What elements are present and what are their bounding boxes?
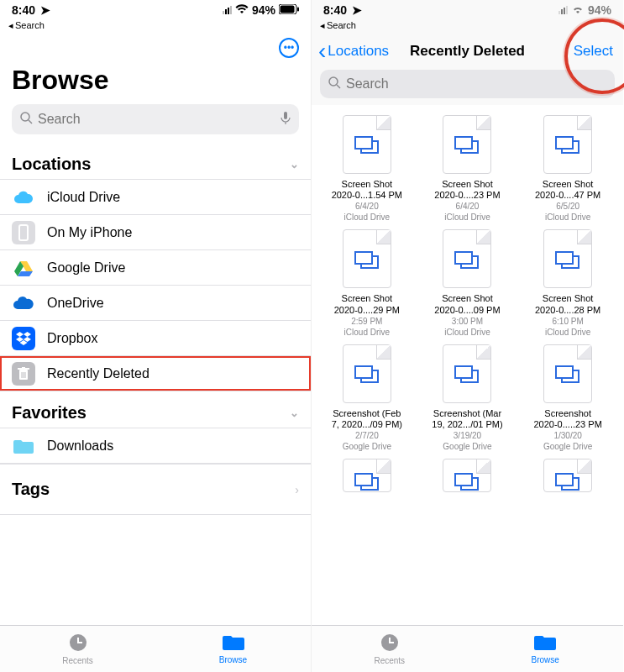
file-icon (443, 344, 491, 403)
file-item[interactable]: Screen Shot2020-0....47 PM 6/5/20 iCloud… (522, 115, 614, 223)
favorites-header[interactable]: Favorites ⌄ (0, 391, 311, 428)
battery-percent: 94% (588, 3, 611, 17)
tab-recents[interactable]: Recents (312, 626, 468, 672)
file-item[interactable] (522, 459, 614, 497)
location-item-icloud[interactable]: iCloud Drive (0, 180, 311, 215)
file-icon (343, 344, 391, 403)
cell-signal-icon (223, 6, 232, 14)
file-location: iCloud Drive (344, 328, 390, 338)
file-date: 3/19/20 (454, 431, 481, 441)
location-item-on-my-iphone[interactable]: On My iPhone (0, 215, 311, 250)
svg-line-4 (29, 120, 32, 123)
file-item[interactable]: Screenshot (Mar19, 202.../01 PM) 3/19/20… (421, 344, 513, 452)
tab-browse[interactable]: Browse (155, 626, 311, 672)
status-bar: 8:40 ➤ 94% (312, 0, 623, 20)
file-item[interactable]: Screen Shot2020-0....23 PM 6/4/20 iCloud… (421, 115, 513, 223)
file-item[interactable]: Screen Shot2020-0....29 PM 2:59 PM iClou… (321, 229, 413, 337)
svg-rect-1 (281, 6, 295, 13)
nav-header: Locations Recently Deleted Select (312, 33, 623, 70)
search-bar[interactable] (320, 70, 615, 98)
file-name: Screen Shot2020-0....23 PM (434, 179, 500, 201)
svg-line-23 (337, 85, 340, 88)
file-location: Google Drive (543, 442, 592, 452)
back-button[interactable]: Locations (318, 43, 389, 60)
phone-icon (12, 221, 35, 244)
mic-icon[interactable] (281, 112, 291, 128)
location-arrow-icon: ➤ (40, 3, 50, 17)
file-icon (443, 115, 491, 174)
status-bar: 8:40 ➤ 94% (0, 0, 311, 20)
file-item[interactable]: Screen Shot2020-0....28 PM 6:10 PM iClou… (522, 229, 614, 337)
onedrive-icon (12, 291, 35, 315)
page-title: Browse (0, 58, 311, 104)
chevron-right-icon: › (295, 483, 299, 496)
file-icon (343, 459, 391, 492)
file-icon (543, 344, 592, 403)
file-name: Screen Shot2020-0....28 PM (535, 293, 600, 315)
wifi-icon (235, 3, 249, 17)
file-icon (543, 229, 592, 288)
favorite-item-downloads[interactable]: Downloads (0, 428, 311, 464)
svg-marker-10 (16, 332, 24, 337)
file-grid: Screen Shot2020-0...1.54 PM 6/4/20 iClou… (312, 105, 623, 625)
clock-icon (380, 633, 399, 654)
file-date: 6:10 PM (553, 317, 584, 327)
file-location: iCloud Drive (444, 213, 490, 223)
file-name: Screenshot (Mar19, 202.../01 PM) (432, 408, 502, 430)
file-location: iCloud Drive (545, 213, 590, 223)
select-button[interactable]: Select (574, 43, 616, 60)
locations-header[interactable]: Locations ⌄ (0, 143, 311, 179)
file-name: Screenshot2020-0.....23 PM (533, 408, 601, 430)
file-icon (443, 229, 491, 288)
tab-recents[interactable]: Recents (0, 626, 155, 672)
locations-list: iCloud Drive On My iPhone Google Drive O… (0, 179, 311, 391)
svg-rect-16 (18, 368, 29, 370)
tab-bar: Recents Browse (312, 625, 623, 672)
file-item[interactable]: Screenshot2020-0.....23 PM 1/30/20 Googl… (522, 344, 614, 452)
tab-browse[interactable]: Browse (468, 626, 624, 672)
folder-icon (12, 434, 35, 458)
file-name: Screen Shot2020-0....09 PM (434, 293, 500, 315)
file-item[interactable]: Screenshot (Feb7, 2020.../09 PM) 2/7/20 … (321, 344, 413, 452)
file-item[interactable] (421, 459, 513, 497)
tab-bar: Recents Browse (0, 625, 311, 672)
file-item[interactable] (321, 459, 413, 497)
cloud-icon (12, 186, 35, 209)
search-bar[interactable] (12, 104, 299, 134)
location-item-dropbox[interactable]: Dropbox (0, 321, 311, 356)
svg-point-3 (21, 113, 29, 121)
folder-icon (223, 634, 244, 654)
file-date: 1/30/20 (553, 431, 581, 441)
file-name: Screenshot (Feb7, 2020.../09 PM) (332, 408, 402, 430)
file-location: Google Drive (343, 442, 391, 452)
screen-browse: 8:40 ➤ 94% Search ••• Browse (0, 0, 312, 672)
status-time: 8:40 (323, 3, 347, 17)
battery-icon (279, 3, 299, 17)
svg-rect-5 (284, 112, 287, 119)
search-icon (20, 112, 33, 127)
location-item-recently-deleted[interactable]: Recently Deleted (0, 356, 311, 391)
file-item[interactable]: Screen Shot2020-0...1.54 PM 6/4/20 iClou… (321, 115, 413, 223)
location-item-google-drive[interactable]: Google Drive (0, 250, 311, 286)
screen-recently-deleted: 8:40 ➤ 94% Search Locations Recently Del… (312, 0, 623, 672)
file-date: 2/7/20 (355, 431, 379, 441)
file-icon (543, 459, 592, 492)
file-name: Screen Shot2020-0....29 PM (334, 293, 400, 315)
chevron-down-icon: ⌄ (290, 407, 299, 419)
search-input[interactable] (38, 112, 281, 127)
back-search-link[interactable]: Search (0, 20, 311, 33)
cell-signal-icon (558, 6, 568, 14)
svg-marker-11 (24, 332, 31, 337)
file-location: iCloud Drive (444, 328, 490, 338)
back-search-link[interactable]: Search (312, 20, 623, 33)
file-date: 3:00 PM (452, 317, 483, 327)
file-location: Google Drive (443, 442, 491, 452)
tags-header[interactable]: Tags › (0, 464, 311, 515)
battery-percent: 94% (252, 3, 275, 17)
location-item-onedrive[interactable]: OneDrive (0, 286, 311, 321)
chevron-down-icon: ⌄ (290, 158, 299, 171)
search-input[interactable] (346, 76, 606, 92)
file-item[interactable]: Screen Shot2020-0....09 PM 3:00 PM iClou… (421, 229, 513, 337)
svg-point-22 (329, 77, 338, 86)
more-options-icon[interactable]: ••• (279, 38, 299, 58)
